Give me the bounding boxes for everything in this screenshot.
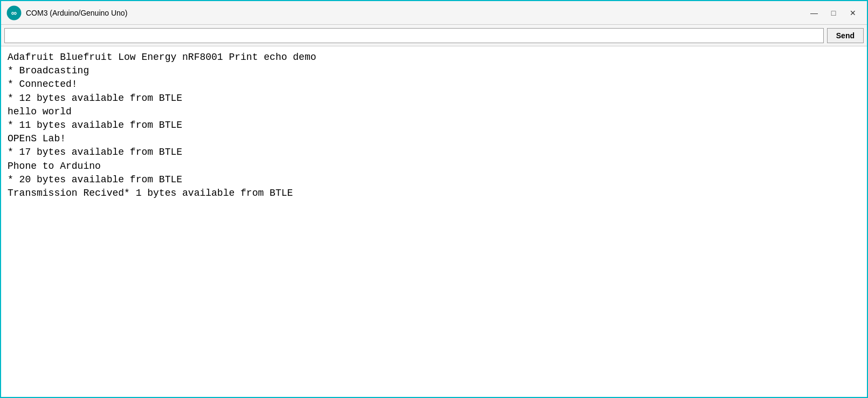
serial-output-area: Adafruit Bluefruit Low Energy nRF8001 Pr… xyxy=(1,46,867,397)
window-title: COM3 (Arduino/Genuino Uno) xyxy=(26,9,805,17)
serial-input[interactable] xyxy=(4,28,824,43)
serial-line: * Connected! xyxy=(8,78,860,91)
serial-line: * Broadcasting xyxy=(8,64,860,78)
arduino-serial-monitor-window: ∞ COM3 (Arduino/Genuino Uno) — □ ✕ Send … xyxy=(0,0,868,398)
arduino-logo-icon: ∞ xyxy=(6,5,22,20)
title-bar: ∞ COM3 (Arduino/Genuino Uno) — □ ✕ xyxy=(1,1,867,25)
svg-text:∞: ∞ xyxy=(11,8,17,17)
toolbar: Send xyxy=(1,25,867,46)
serial-line: Adafruit Bluefruit Low Energy nRF8001 Pr… xyxy=(8,51,860,64)
window-controls: — □ ✕ xyxy=(805,5,862,20)
close-button[interactable]: ✕ xyxy=(844,5,862,20)
serial-line: * 12 bytes available from BTLE xyxy=(8,92,860,105)
send-button[interactable]: Send xyxy=(827,28,864,43)
maximize-button[interactable]: □ xyxy=(825,5,842,20)
serial-line: * 11 bytes available from BTLE xyxy=(8,119,860,132)
serial-line: Phone to Arduino xyxy=(8,160,860,173)
serial-line: OPEnS Lab! xyxy=(8,132,860,146)
serial-line: hello world xyxy=(8,105,860,119)
window-content: Send Adafruit Bluefruit Low Energy nRF80… xyxy=(1,25,867,397)
serial-line: * 20 bytes available from BTLE xyxy=(8,173,860,187)
serial-line: Transmission Recived* 1 bytes available … xyxy=(8,187,860,200)
minimize-button[interactable]: — xyxy=(805,5,823,20)
serial-line: * 17 bytes available from BTLE xyxy=(8,146,860,159)
